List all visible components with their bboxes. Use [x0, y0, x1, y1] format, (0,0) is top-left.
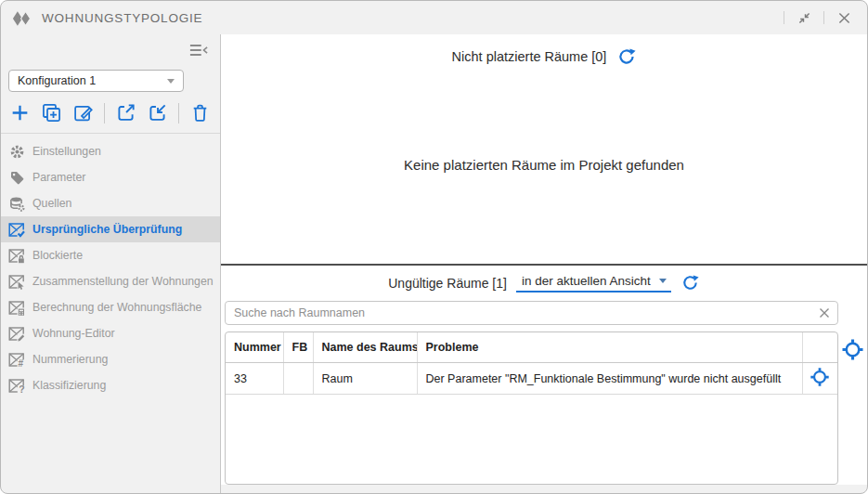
sidebar-item-berechnung[interactable]: Berechnung der Wohnungsfläche	[1, 294, 220, 320]
room-number-icon: #	[8, 352, 25, 368]
sidebar-item-einstellungen[interactable]: Einstellungen	[1, 138, 220, 164]
configuration-toolbar	[1, 92, 220, 134]
sidebar-item-label: Blockierte	[32, 249, 83, 262]
duplicate-icon[interactable]	[40, 101, 63, 124]
titlebar-separator	[784, 11, 784, 24]
titlebar-separator	[823, 11, 824, 24]
gear-icon	[8, 144, 25, 160]
sidebar-item-label: Ursprüngliche Überprüfung	[32, 223, 182, 236]
app-window: WOHNUNGSTYPOLOGIE	[0, 0, 868, 494]
room-calculator-icon	[8, 300, 25, 316]
column-header-probleme: Probleme	[417, 332, 802, 363]
unplaced-rooms-empty-message: Keine platzierten Räume im Projekt gefun…	[221, 66, 867, 264]
unplaced-rooms-pane: Nicht platzierte Räume [0] Keine platzie…	[221, 34, 867, 264]
sidebar-item-label: Quellen	[32, 197, 71, 210]
close-icon[interactable]	[834, 7, 854, 28]
import-icon[interactable]	[146, 101, 169, 124]
sidebar-item-nummerierung[interactable]: # Nummerierung	[1, 346, 220, 372]
cell-fb	[283, 363, 313, 395]
chevron-down-icon	[167, 79, 175, 84]
window-title: WOHNUNGSTYPOLOGIE	[42, 11, 202, 25]
table-header-row: Nummer FB Name des Raums Probleme	[226, 332, 837, 363]
sidebar-item-label: Wohnung-Editor	[32, 327, 115, 340]
edit-icon[interactable]	[71, 101, 95, 124]
sidebar-item-label: Nummerierung	[32, 353, 108, 366]
app-logo-icon	[10, 6, 34, 29]
sidebar-item-wohnung-editor[interactable]: Wohnung-Editor	[1, 320, 220, 346]
sidebar-item-quellen[interactable]: Quellen	[1, 190, 220, 216]
column-header-fb: FB	[283, 332, 313, 363]
sidebar-nav: Einstellungen Parameter	[1, 134, 220, 398]
search-input[interactable]	[225, 301, 838, 325]
locate-target-icon[interactable]	[810, 367, 830, 387]
unplaced-rooms-title: Nicht platzierte Räume [0]	[452, 49, 607, 64]
svg-text:?: ?	[19, 384, 24, 394]
room-pencil-icon	[8, 326, 25, 342]
sidebar-item-label: Klassifizierung	[32, 379, 106, 392]
sidebar-item-label: Einstellungen	[32, 145, 101, 158]
cell-nummer: 33	[226, 363, 283, 395]
svg-text:#: #	[18, 358, 23, 368]
sidebar-item-blockierte[interactable]: Blockierte	[1, 242, 220, 268]
toolbar-separator	[178, 103, 179, 124]
refresh-icon[interactable]	[616, 46, 636, 66]
room-cursor-icon	[8, 274, 25, 290]
clear-search-icon[interactable]	[817, 306, 832, 320]
sidebar-item-zusammenstellung[interactable]: Zusammenstellung der Wohnungen	[1, 268, 220, 294]
room-check-icon	[8, 222, 25, 238]
chevron-down-icon	[659, 279, 667, 283]
room-question-icon: ?	[8, 378, 25, 394]
column-header-nummer: Nummer	[226, 332, 283, 363]
add-icon[interactable]	[8, 101, 32, 124]
collapse-sidebar-icon[interactable]	[189, 44, 208, 60]
tag-icon	[8, 170, 25, 186]
export-icon[interactable]	[114, 101, 137, 124]
titlebar: WOHNUNGSTYPOLOGIE	[1, 1, 867, 34]
sidebar-item-label: Zusammenstellung der Wohnungen	[32, 275, 214, 288]
sidebar: Konfiguration 1	[1, 34, 221, 493]
database-gear-icon	[8, 196, 25, 212]
sidebar-item-klassifizierung[interactable]: ? Klassifizierung	[1, 372, 220, 398]
room-lock-icon	[8, 248, 25, 264]
scope-dropdown-value: in der aktuellen Ansicht	[522, 274, 651, 288]
configuration-select[interactable]: Konfiguration 1	[8, 70, 184, 92]
invalid-rooms-table: Nummer FB Name des Raums Probleme 33	[225, 332, 838, 485]
cell-problem: Der Parameter "RM_Funktionale Bestimmung…	[417, 363, 802, 395]
invalid-rooms-pane: Ungültige Räume [1] in der aktuellen Ans…	[221, 266, 867, 485]
column-header-actions	[802, 332, 837, 363]
restore-icon[interactable]	[794, 7, 814, 28]
sidebar-item-parameter[interactable]: Parameter	[1, 164, 220, 190]
sidebar-item-label: Parameter	[32, 171, 85, 184]
invalid-rooms-title: Ungültige Räume [1]	[388, 276, 507, 291]
locate-target-icon[interactable]	[841, 338, 864, 365]
toolbar-separator	[104, 103, 105, 124]
table-row[interactable]: 33 Raum Der Parameter "RM_Funktionale Be…	[226, 363, 837, 395]
refresh-icon[interactable]	[680, 273, 700, 292]
sidebar-item-urspruengliche-ueberpruefung[interactable]: Ursprüngliche Überprüfung	[1, 216, 220, 242]
main-content: Nicht platzierte Räume [0] Keine platzie…	[221, 34, 867, 485]
delete-icon[interactable]	[188, 101, 212, 124]
configuration-select-value: Konfiguration 1	[18, 74, 96, 87]
scope-dropdown[interactable]: in der aktuellen Ansicht	[516, 273, 671, 292]
sidebar-item-label: Berechnung der Wohnungsfläche	[32, 301, 201, 314]
column-header-name: Name des Raums	[313, 332, 417, 363]
cell-name: Raum	[313, 363, 417, 395]
